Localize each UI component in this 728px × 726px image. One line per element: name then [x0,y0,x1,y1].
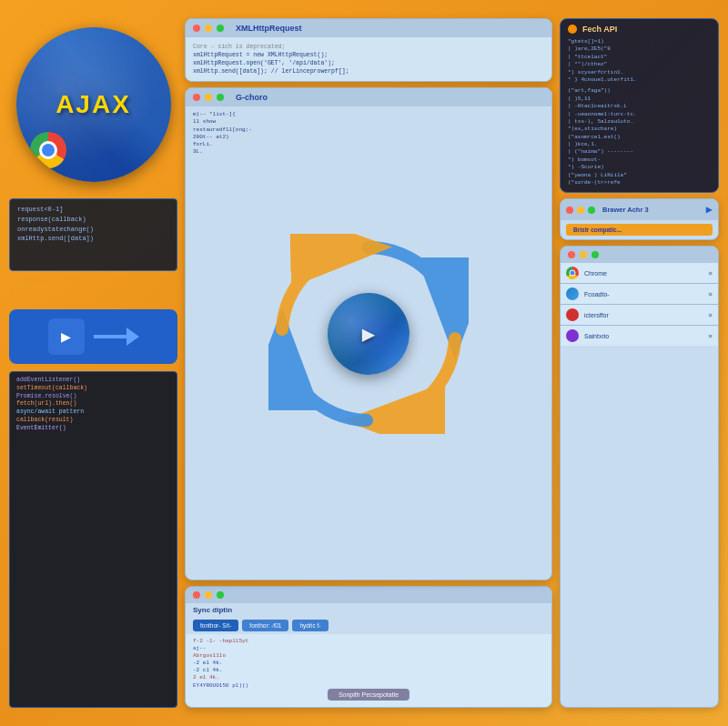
fetch-api-header: Fech API [568,25,711,34]
right-panel: Fech API "gtets[]=1) | )are,2E5("8 | "tt… [560,18,719,708]
ajax-globe: AJAX [16,27,171,182]
left-top-code: request<0-1] response(callback) onreadys… [9,198,177,271]
tab-button-0[interactable]: fonthor- S/t- [193,620,238,631]
chrome-tab-close-1[interactable]: × [708,290,713,298]
minimize-dot[interactable] [205,25,212,32]
window-titlebar-top: XMLHttpRequest [186,19,551,37]
min-dot-bot[interactable] [205,591,212,599]
browser-compat-btn[interactable]: Bristr compatic... [566,224,713,236]
mid-code: m)-- *list-]{ ll show restauredfll[ong;-… [186,106,551,160]
ct-max-dot[interactable] [592,251,599,258]
chrome-tab-icon-chrome [566,267,579,279]
xmlhttp-code: Core - sich is deprecated; xmlHttpReques… [193,43,544,76]
chrome-tab-item-0[interactable]: Chrome × [561,263,718,284]
ba-close-dot[interactable] [566,207,573,214]
ct-close-dot[interactable] [568,251,575,258]
browser-action-title: Brawer Achr 3 [602,206,649,214]
tab-button-2[interactable]: hydric f- [292,620,328,631]
browser-action-titlebar: Brawer Achr 3 ▶ [561,199,718,220]
chrome-tab-close-3[interactable]: × [708,332,713,340]
globe-play-icon: ▶ [362,321,375,348]
chrome-tab-label-1: Fcoadto- [584,291,703,297]
browser-play-icon[interactable]: ▶ [706,203,713,217]
main-container: AJAX request<0-1] response(callback) onr… [0,0,728,726]
ba-min-dot[interactable] [577,207,584,214]
sync-title: Sync diptin [186,603,551,617]
center-middle: G-choro m)-- *list-]{ ll show restauredf… [185,87,552,580]
chrome-tab-label-2: ictersffor [584,312,703,318]
play-icon: ▶ [61,327,71,347]
ba-max-dot[interactable] [588,207,595,214]
left-label1: ilec-gor(2) it ayhost=L1.1 [9,278,177,298]
max-dot-bot[interactable] [217,591,224,599]
browser-action-card: Brawer Achr 3 ▶ Bristr compatic... [560,198,719,240]
globe-center: ▶ [328,293,410,375]
fetch-api-code: "gtets[]=1) | )are,2E5("8 | "ttcelact" |… [568,38,711,187]
maximize-dot[interactable] [217,25,224,32]
left-bottom-code: addEventListener() setTimeout(callback) … [9,371,177,708]
left-arrow-box: ▶ [9,309,177,364]
close-dot-mid[interactable] [193,94,200,101]
fetch-api-title: Fech API [582,25,617,34]
chrome-tab-icon-water [566,287,579,300]
mid-titlebar: G-choro [186,88,551,106]
chrome-icon-globe [30,132,66,168]
mid-window-title: G-choro [236,93,268,102]
close-dot[interactable] [193,25,200,32]
tab-button-1[interactable]: fonthor: -f01 [242,620,288,631]
code-line: request<0-1] [17,206,169,215]
fetch-api-indicator [568,25,577,34]
bottom-titlebar [186,587,551,603]
arrow-right-icon [94,323,139,350]
fetch-api-card: Fech API "gtets[]=1) | )are,2E5("8 | "tt… [560,18,719,193]
xmlhttp-content: Core - sich is deprecated; xmlHttpReques… [186,37,551,81]
chrome-tabs-card: Chrome × Fcoadto- × ictersffor × Saintxr… [560,246,719,708]
chrome-tab-label-3: Saintxrio [584,333,703,339]
xmlhttprequest-window: XMLHttpRequest Core - sich is deprecated… [185,18,552,82]
circular-arrows: ▶ [268,234,469,434]
bottom-label: Sonpith Pecsepotatle [328,689,410,701]
center-panel: XMLHttpRequest Core - sich is deprecated… [185,18,552,708]
close-dot-bot[interactable] [193,591,200,599]
chrome-tabs-titlebar [561,247,718,263]
chrome-tab-label-0: Chrome [584,270,703,277]
chrome-tab-item-2[interactable]: ictersffor × [561,305,718,326]
max-dot-mid[interactable] [217,94,224,101]
chrome-tab-icon-red [566,308,579,321]
chrome-tab-icon-purple [566,329,579,342]
min-dot-mid[interactable] [205,94,212,101]
chrome-tab-close-2[interactable]: × [708,311,713,319]
window-title-xmlhttp: XMLHttpRequest [236,24,302,33]
ajax-label: AJAX [56,90,131,119]
tabs-row: fonthor- S/t- fonthor: -f01 hydric f- [186,617,551,634]
chrome-tab-close-0[interactable]: × [708,269,713,277]
play-button-left[interactable]: ▶ [48,318,85,355]
code-line: xmlHttp.send([data]) [17,235,169,244]
code-line: response(callback) [17,216,169,225]
code-line: onreadystatechange() [17,226,169,235]
ct-min-dot[interactable] [580,251,587,258]
chrome-tab-item-3[interactable]: Saintxrio × [561,326,718,346]
left-panel: AJAX request<0-1] response(callback) onr… [9,18,177,708]
chrome-tab-item-1[interactable]: Fcoadto- × [561,284,718,305]
